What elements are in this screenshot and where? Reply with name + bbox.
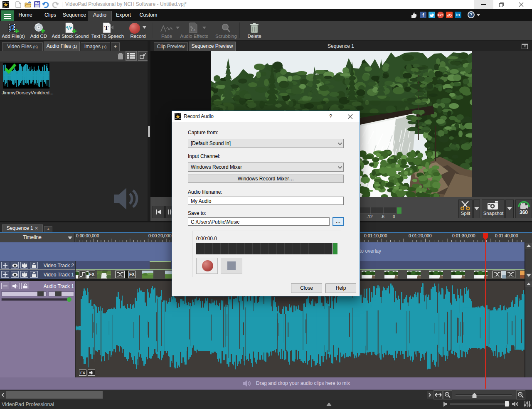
svg-text:0:00:00,000: 0:00:00,000 <box>76 233 99 238</box>
svg-text:0:01:40,000: 0:01:40,000 <box>495 233 518 238</box>
svg-text:FX: FX <box>191 28 196 32</box>
svg-text:0:01:30,000: 0:01:30,000 <box>452 233 475 238</box>
svg-text:0:00:20,000: 0:00:20,000 <box>148 233 172 238</box>
svg-text:0:01:10,000: 0:01:10,000 <box>364 233 387 238</box>
svg-text:T: T <box>104 25 108 31</box>
svg-text:360: 360 <box>520 209 528 215</box>
svg-text:0:01:20,000: 0:01:20,000 <box>409 233 432 238</box>
